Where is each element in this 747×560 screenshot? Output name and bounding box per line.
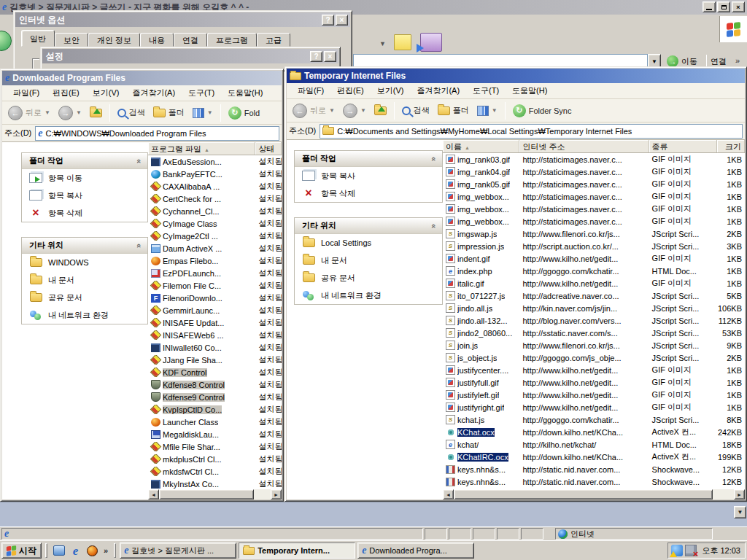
tab-연결[interactable]: 연결 [174, 33, 207, 47]
menu-item-도움말(H)[interactable]: 도움말(H) [506, 83, 554, 98]
table-row[interactable]: INISAFEWeb6 ...설치됨 [148, 329, 282, 341]
views-button[interactable]: ▼ [190, 106, 216, 120]
table-row[interactable]: MkyInstAx Co...설치됨 [148, 478, 282, 490]
table-row[interactable]: KDF Control설치됨 [148, 366, 282, 378]
outlook-express-icon[interactable] [51, 543, 66, 559]
table-row[interactable]: CyImage Class설치됨 [148, 217, 282, 230]
menu-item-파일(F)[interactable]: 파일(F) [7, 85, 46, 101]
tab-보안[interactable]: 보안 [55, 33, 88, 47]
table-row[interactable]: justifyfull.gifhttp://www.kilho.net/gedi… [443, 376, 745, 389]
table-row[interactable]: CyImage2Ctl ...설치됨 [148, 230, 282, 242]
scroll-left-button[interactable]: ◄ [148, 489, 159, 499]
table-row[interactable]: Kdfense8 Control설치됨 [148, 378, 282, 391]
table-row[interactable]: justifyright.gifhttp://www.kilho.net/ged… [443, 401, 745, 413]
table-row[interactable]: eindex.phphttp://ggoggo.com/kchatir...HT… [443, 265, 745, 277]
menu-item-도움말(H)[interactable]: 도움말(H) [221, 85, 269, 101]
menu-item-파일(F)[interactable]: 파일(F) [291, 83, 330, 98]
table-row[interactable]: AxEduSession...설치됨 [148, 155, 282, 168]
messenger-icon[interactable] [85, 543, 100, 559]
table-row[interactable]: Sjindo2_08060...http://sstatic.naver.com… [443, 327, 745, 339]
help-button[interactable]: ? [310, 51, 322, 62]
column-header-프로그램 파일[interactable]: 프로그램 파일▲ [148, 142, 255, 155]
table-row[interactable]: indent.gifhttp://www.kilho.net/gedit...G… [443, 252, 745, 265]
menu-item-즐겨찾기(A)[interactable]: 즐겨찾기(A) [410, 83, 466, 98]
table-row[interactable]: Daum ActiveX ...설치됨 [148, 242, 282, 254]
menu-item-즐겨찾기(A)[interactable]: 즐겨찾기(A) [125, 85, 182, 101]
quicklaunch-chevron[interactable]: » [101, 546, 110, 555]
table-row[interactable]: Sjindo.all-132...http://blog.naver.com/v… [443, 314, 745, 327]
menu-item-편집(E)[interactable]: 편집(E) [46, 85, 86, 101]
folders-button[interactable]: 폴더 [150, 106, 187, 120]
taskbar-button-Downloaded Progra...[interactable]: eDownloaded Progra... [357, 542, 474, 559]
taskpane-item-공유 문서[interactable]: 공유 문서 [22, 289, 147, 306]
address-input[interactable]: e C:₩WINDOWS₩Downloaded Program Files [35, 126, 279, 141]
taskpane-item-WINDOWS[interactable]: WINDOWS [22, 254, 147, 271]
table-row[interactable]: Cychannel_Cl...설치됨 [148, 205, 282, 217]
table-row[interactable]: Launcher Class설치됨 [148, 416, 282, 428]
links-label[interactable]: 연결 [711, 56, 727, 67]
collapse-chevron-icon[interactable]: « [430, 156, 438, 160]
menu-item-도구(T)[interactable]: 도구(T) [466, 83, 506, 98]
taskpane-item-항목 복사[interactable]: 항목 복사 [295, 167, 442, 184]
menu-item-도구(T)[interactable]: 도구(T) [182, 85, 221, 101]
tif-titlebar[interactable]: Temporary Internet Files [287, 69, 745, 83]
table-row[interactable]: justifycenter....http://www.kilho.net/ge… [443, 364, 745, 376]
back-button[interactable]: ←뒤로▼ [290, 102, 338, 120]
panel-header[interactable]: 폴더 작업« [295, 151, 442, 167]
table-row[interactable]: Simgswap.jshttp://www.filenori.co.kr/js.… [443, 228, 745, 240]
up-button[interactable] [87, 107, 105, 119]
folder-sync-button[interactable]: ↻Fold [225, 105, 263, 121]
taskpane-item-항목 이동[interactable]: 항목 이동 [22, 169, 147, 187]
table-row[interactable]: CertCheck for ...설치됨 [148, 192, 282, 205]
settings-titlebar[interactable]: 설정 ? × [42, 49, 338, 63]
scroll-thumb[interactable] [454, 489, 713, 499]
tif-hscrollbar[interactable]: ◄ ► [443, 489, 745, 499]
taskpane-item-항목 삭제[interactable]: ×항목 삭제 [22, 204, 147, 222]
close-button[interactable]: × [732, 1, 745, 12]
taskpane-item-내 문서[interactable]: 내 문서 [22, 271, 147, 289]
views-button[interactable]: ▼ [474, 104, 500, 117]
table-row[interactable]: Filemon File C...설치됨 [148, 279, 282, 292]
table-row[interactable]: GemmirLaunc...설치됨 [148, 304, 282, 316]
minimize-button[interactable] [703, 1, 716, 12]
taskpane-item-항목 복사[interactable]: 항목 복사 [22, 187, 147, 204]
table-row[interactable]: Sjoin.jshttp://www.filenori.co.kr/js...J… [443, 339, 745, 351]
table-row[interactable]: ekchat/http://kilho.net/kchat/HTML Doc..… [443, 438, 745, 451]
panel-header[interactable]: 기타 위치« [295, 218, 442, 234]
table-row[interactable]: keys.nhn&s...http://static.nid.naver.com… [443, 463, 745, 475]
restore-button[interactable] [717, 1, 730, 12]
back-button[interactable]: ←뒤로▼ [5, 104, 53, 122]
table-row[interactable]: italic.gifhttp://www.kilho.net/gedit...G… [443, 277, 745, 289]
taskpane-item-항목 삭제[interactable]: ×항목 삭제 [295, 184, 442, 202]
taskbar-button-Temporary Intern...[interactable]: Temporary Intern... [239, 542, 355, 559]
dpf-titlebar[interactable]: e Downloaded Program Files [2, 71, 282, 85]
table-row[interactable]: justifyleft.gifhttp://www.kilho.net/gedi… [443, 389, 745, 401]
toolbar-grip[interactable] [114, 543, 116, 558]
collapse-chevron-icon[interactable]: « [135, 158, 144, 163]
folders-button[interactable]: 폴더 [435, 104, 472, 117]
table-row[interactable]: img_webbox...http://staticimages.naver.c… [443, 203, 745, 215]
taskpane-item-내 네트워크 환경[interactable]: 내 네트워크 환경 [295, 287, 442, 304]
table-row[interactable]: keys.nhn&s...http://static.nid.naver.com… [443, 475, 745, 488]
table-row[interactable]: Simpression.jshttp://script.auction.co.k… [443, 240, 745, 252]
table-row[interactable]: KChatIRC.ocxhttp://down.kilho.net/KCha..… [443, 451, 745, 463]
scroll-down-button[interactable]: ▼ [734, 506, 746, 518]
close-icon[interactable]: × [324, 51, 336, 62]
table-row[interactable]: img_rank04.gifhttp://staticimages.naver.… [443, 166, 745, 178]
help-button[interactable]: ? [322, 15, 334, 26]
table-row[interactable]: BankPayEFTC...설치됨 [148, 168, 282, 180]
table-row[interactable]: Empas Filebo...설치됨 [148, 254, 282, 267]
table-row[interactable]: Sito_071227.jshttp://adcreative.naver.co… [443, 289, 745, 302]
menu-item-보기(V)[interactable]: 보기(V) [86, 85, 126, 101]
table-row[interactable]: KvpIspCtlD Co...설치됨 [148, 403, 282, 416]
internet-explorer-icon[interactable]: e [68, 543, 83, 559]
tab-내용[interactable]: 내용 [140, 33, 174, 47]
table-row[interactable]: INIwallet60 Co...설치됨 [148, 341, 282, 354]
table-row[interactable]: mkdplusCtrl Cl...설치됨 [148, 453, 282, 465]
table-row[interactable]: mkdsfwCtrl Cl...설치됨 [148, 465, 282, 478]
table-row[interactable]: CAXAlibabaA ...설치됨 [148, 180, 282, 192]
table-row[interactable]: INISAFE Updat...설치됨 [148, 316, 282, 329]
tab-고급[interactable]: 고급 [257, 33, 290, 47]
scroll-left-button[interactable]: ◄ [443, 489, 454, 499]
table-row[interactable]: FFilenoriDownlo...설치됨 [148, 292, 282, 304]
